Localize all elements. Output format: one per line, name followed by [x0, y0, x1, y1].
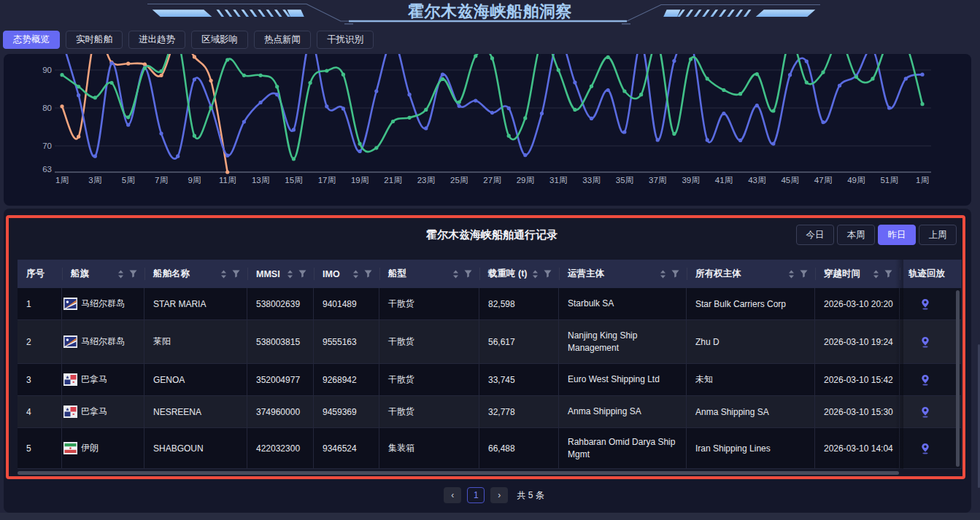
svg-text:45周: 45周 — [781, 176, 798, 185]
svg-text:13周: 13周 — [252, 176, 269, 185]
svg-text:35周: 35周 — [616, 176, 633, 185]
svg-text:1周: 1周 — [55, 176, 69, 185]
svg-text:41周: 41周 — [715, 176, 733, 185]
svg-text:33周: 33周 — [582, 176, 600, 185]
svg-text:49周: 49周 — [847, 176, 865, 185]
svg-text:23周: 23周 — [417, 176, 435, 185]
svg-text:19周: 19周 — [351, 176, 369, 185]
svg-text:39周: 39周 — [682, 176, 699, 185]
svg-text:17周: 17周 — [318, 176, 336, 185]
svg-text:90: 90 — [42, 66, 52, 74]
svg-text:25周: 25周 — [450, 176, 468, 185]
svg-text:43周: 43周 — [748, 176, 765, 185]
svg-text:51周: 51周 — [880, 176, 898, 185]
svg-text:21周: 21周 — [384, 176, 401, 185]
svg-text:70: 70 — [42, 141, 52, 150]
svg-text:63: 63 — [42, 165, 52, 174]
svg-text:37周: 37周 — [649, 176, 666, 185]
svg-text:15周: 15周 — [285, 176, 302, 185]
svg-text:9周: 9周 — [188, 176, 201, 185]
svg-text:80: 80 — [42, 104, 52, 112]
svg-text:7周: 7周 — [155, 176, 168, 185]
svg-text:31周: 31周 — [549, 176, 567, 185]
svg-text:47周: 47周 — [814, 176, 832, 185]
svg-text:1周: 1周 — [916, 176, 929, 185]
svg-text:29周: 29周 — [517, 176, 534, 185]
svg-text:3周: 3周 — [88, 176, 101, 185]
svg-text:27周: 27周 — [483, 176, 501, 185]
svg-text:11周: 11周 — [219, 176, 236, 185]
svg-text:5周: 5周 — [122, 176, 135, 185]
